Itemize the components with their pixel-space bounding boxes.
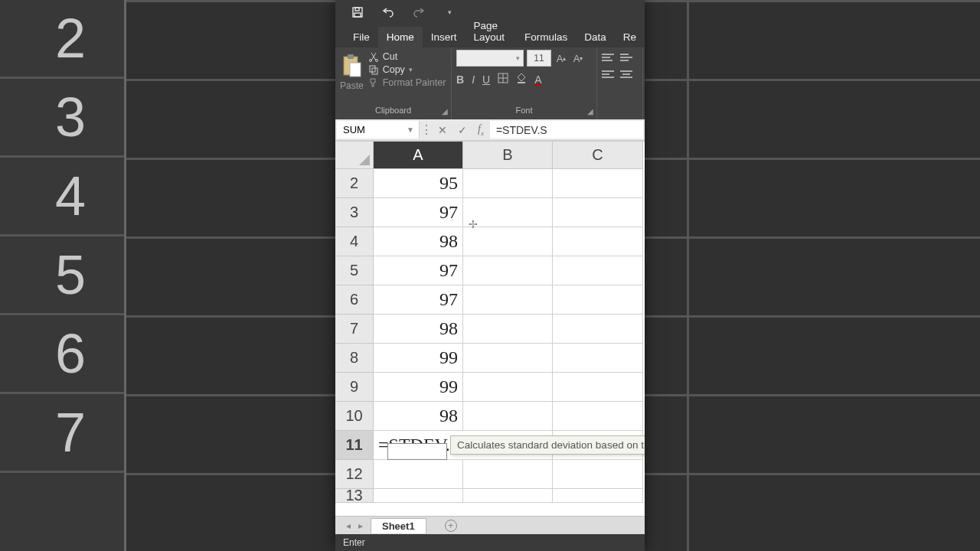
row-header[interactable]: 7 (335, 315, 374, 344)
add-sheet-button[interactable]: + (445, 520, 457, 532)
cell-B10[interactable] (463, 402, 553, 431)
cell-B5[interactable] (463, 256, 553, 285)
cell-B2[interactable] (463, 169, 553, 198)
cell-A12[interactable] (374, 460, 463, 489)
function-autocomplete-box[interactable] (387, 443, 447, 460)
tab-file[interactable]: File (345, 27, 378, 47)
grid-row: 12 (335, 460, 645, 489)
cell-C4[interactable] (553, 227, 643, 256)
paste-label: Paste (340, 80, 364, 91)
svg-rect-4 (348, 54, 354, 59)
col-header-A[interactable]: A (374, 142, 463, 169)
cell-A3[interactable]: 97 (374, 198, 463, 227)
grid-row: 798 (335, 315, 645, 344)
cell-C2[interactable] (553, 169, 643, 198)
increase-font-icon[interactable]: A▴ (554, 51, 568, 66)
borders-button[interactable] (498, 73, 508, 86)
cell-C13[interactable] (553, 489, 643, 503)
fill-color-button[interactable] (516, 73, 527, 86)
row-header[interactable]: 8 (335, 344, 374, 373)
tab-home[interactable]: Home (378, 27, 423, 47)
customize-qat-icon[interactable]: ▾ (443, 5, 456, 19)
select-all-button[interactable] (335, 142, 374, 169)
row-header[interactable]: 12 (335, 460, 374, 489)
sheet-nav-prev-icon[interactable]: ◂ (346, 520, 351, 531)
name-box[interactable]: SUM ▼ (337, 121, 420, 139)
cell-C6[interactable] (553, 285, 643, 315)
align-top-icon[interactable] (602, 54, 614, 63)
svg-rect-11 (518, 82, 525, 83)
decrease-font-icon[interactable]: A▾ (571, 51, 585, 66)
align-center-icon[interactable] (620, 70, 632, 80)
cut-button[interactable]: Cut (368, 51, 446, 62)
tab-page-layout[interactable]: Page Layout (466, 15, 516, 47)
cell-A10[interactable]: 98 (374, 402, 463, 431)
formula-bar-input[interactable]: =STDEV.S (490, 121, 643, 139)
sheet-tab-sheet1[interactable]: Sheet1 (371, 518, 426, 533)
cell-C9[interactable] (553, 373, 643, 402)
tab-data[interactable]: Data (576, 27, 615, 47)
excel-window: ▾ File Home Insert Page Layout Formulas … (335, 0, 645, 551)
align-middle-icon[interactable] (620, 54, 632, 63)
col-header-B[interactable]: B (463, 142, 553, 169)
undo-icon[interactable] (381, 5, 395, 19)
copy-button[interactable]: Copy ▾ (368, 64, 446, 75)
cell-B6[interactable] (463, 285, 553, 315)
cell-C5[interactable] (553, 256, 643, 285)
row-header[interactable]: 6 (335, 285, 374, 315)
cell-C3[interactable] (553, 198, 643, 227)
clipboard-launcher-icon[interactable]: ◢ (442, 107, 448, 116)
paste-icon[interactable] (340, 53, 363, 79)
cell-A13[interactable] (374, 489, 463, 503)
row-header[interactable]: 10 (335, 402, 374, 431)
font-launcher-icon[interactable]: ◢ (587, 107, 593, 116)
cell-A4[interactable]: 98 (374, 227, 463, 256)
cell-C8[interactable] (553, 344, 643, 373)
redo-icon[interactable] (412, 5, 426, 19)
cell-B8[interactable] (463, 344, 553, 373)
cell-A5[interactable]: 97 (374, 256, 463, 285)
cell-A9[interactable]: 99 (374, 373, 463, 402)
tab-review-partial[interactable]: Re (615, 27, 645, 47)
bg-row-5: 5 (0, 236, 124, 315)
cell-A8[interactable]: 99 (374, 344, 463, 373)
align-left-icon[interactable] (602, 70, 614, 80)
row-header[interactable]: 11 (335, 431, 374, 460)
cell-A7[interactable]: 98 (374, 315, 463, 344)
cancel-formula-icon[interactable]: ✕ (438, 124, 447, 136)
tab-formulas[interactable]: Formulas (516, 27, 576, 47)
cell-C10[interactable] (553, 402, 643, 431)
row-header[interactable]: 5 (335, 256, 374, 285)
name-box-dropdown-icon[interactable]: ▼ (407, 126, 414, 134)
save-icon[interactable] (351, 5, 364, 19)
cell-C7[interactable] (553, 315, 643, 344)
enter-formula-icon[interactable]: ✓ (458, 124, 467, 136)
cell-B12[interactable] (463, 460, 553, 489)
cell-B7[interactable] (463, 315, 553, 344)
cell-C12[interactable] (553, 460, 643, 489)
row-header[interactable]: 4 (335, 227, 374, 256)
font-size-select[interactable]: 11 (527, 50, 551, 67)
cell-B4[interactable] (463, 227, 553, 256)
italic-button[interactable]: I (472, 73, 475, 86)
cell-A6[interactable]: 97 (374, 285, 463, 315)
cell-B13[interactable] (463, 489, 553, 503)
sheet-nav-next-icon[interactable]: ▸ (358, 520, 363, 531)
underline-button[interactable]: U (482, 73, 490, 86)
row-header[interactable]: 3 (335, 198, 374, 227)
font-name-select[interactable]: ▾ (456, 50, 524, 67)
bold-button[interactable]: B (456, 73, 464, 86)
tab-insert[interactable]: Insert (423, 27, 466, 47)
row-header[interactable]: 13 (335, 489, 374, 503)
col-header-C[interactable]: C (553, 142, 643, 169)
row-header[interactable]: 9 (335, 373, 374, 402)
bg-row-3: 3 (0, 79, 124, 158)
cell-B9[interactable] (463, 373, 553, 402)
row-header[interactable]: 2 (335, 169, 374, 198)
format-painter-button[interactable]: Format Painter (368, 77, 446, 88)
cell-B3[interactable] (463, 198, 553, 227)
insert-function-icon[interactable]: fx (478, 123, 484, 137)
worksheet-grid[interactable]: A B C 295397498597697798899999109811=STD… (335, 141, 645, 516)
font-color-button[interactable]: A (534, 73, 541, 86)
cell-A2[interactable]: 95 (374, 169, 463, 198)
